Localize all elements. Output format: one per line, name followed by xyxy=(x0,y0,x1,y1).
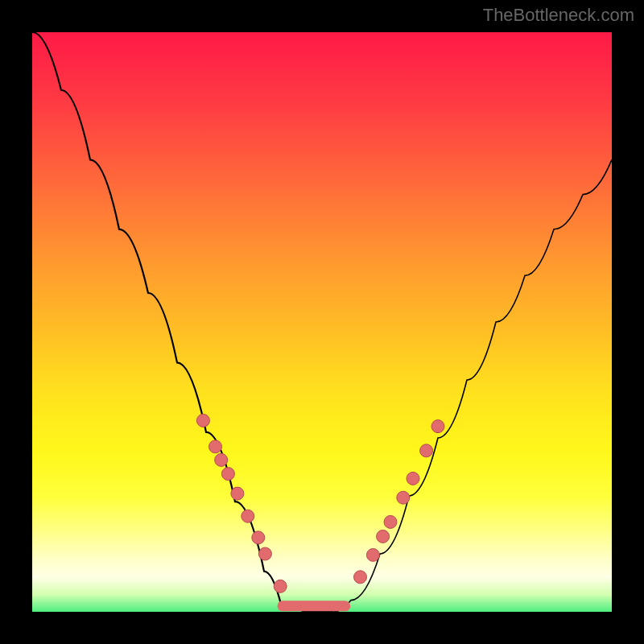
bottleneck-curve-right xyxy=(333,159,612,612)
curve-svg xyxy=(32,32,612,612)
marker-dot xyxy=(407,472,419,485)
marker-dot xyxy=(231,487,244,500)
marker-dot xyxy=(420,444,433,457)
plot-area xyxy=(32,32,612,612)
bottleneck-curve-left xyxy=(32,32,333,612)
marker-dot xyxy=(366,548,379,561)
marker-dot xyxy=(252,531,265,544)
watermark-text: TheBottleneck.com xyxy=(483,5,634,26)
marker-dot xyxy=(215,453,228,466)
marker-dot xyxy=(221,468,234,481)
marker-dot xyxy=(242,510,254,522)
marker-dot xyxy=(258,547,271,560)
marker-dot xyxy=(397,491,410,504)
marker-dot xyxy=(274,580,287,592)
marker-dot xyxy=(431,420,444,433)
marker-dot xyxy=(196,414,209,427)
markers-left-group xyxy=(196,414,287,592)
markers-right-group xyxy=(354,420,445,584)
marker-dot xyxy=(354,571,367,584)
marker-dot xyxy=(377,530,390,543)
marker-dot xyxy=(209,440,222,453)
marker-dot xyxy=(384,515,397,528)
chart-frame: TheBottleneck.com xyxy=(0,0,644,644)
